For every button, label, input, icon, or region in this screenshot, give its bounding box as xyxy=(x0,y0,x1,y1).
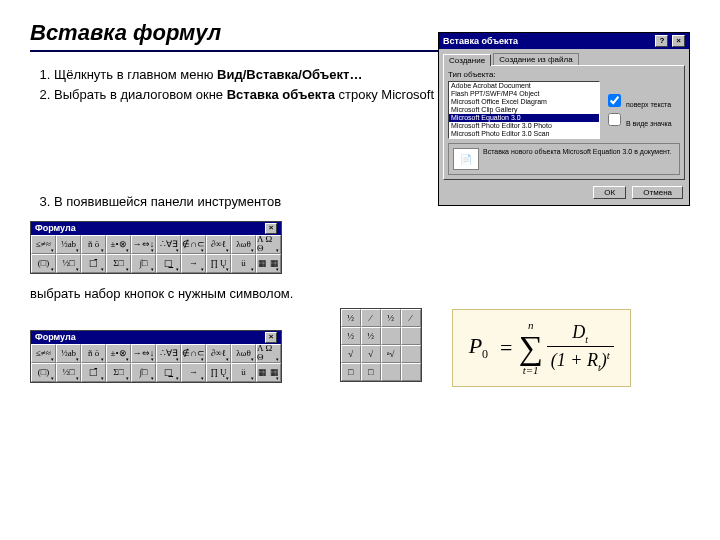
picker-cell[interactable]: ⁄ xyxy=(401,309,421,327)
toolbar-button[interactable]: ∉∩⊂▾ xyxy=(181,344,206,363)
toolbar-button[interactable]: λωθ▾ xyxy=(231,344,256,363)
toolbar-button[interactable]: ≤≠≈▾ xyxy=(31,344,56,363)
picker-cell[interactable] xyxy=(381,363,401,381)
tab-create-from-file[interactable]: Создание из файла xyxy=(493,53,578,65)
list-item-selected[interactable]: Microsoft Equation 3.0 xyxy=(449,114,599,122)
picker-cell[interactable]: □ xyxy=(361,363,381,381)
picker-cell[interactable]: ½ xyxy=(341,309,361,327)
toolbar-button[interactable]: □̲▾ xyxy=(156,254,181,273)
close-icon[interactable]: × xyxy=(672,35,685,47)
toolbar-button[interactable]: ∫□▾ xyxy=(131,254,156,273)
picker-cell[interactable]: □ xyxy=(341,363,361,381)
step-4: выбрать набор кнопок с нужным символом. xyxy=(30,286,690,301)
step-1-text: Щёлкнуть в главном меню xyxy=(54,67,217,82)
toolbar-button[interactable]: Λ Ω Θ▾ xyxy=(256,344,281,363)
object-type-listbox[interactable]: Adobe Acrobat Document Flash РРТ/SWF/MP4… xyxy=(448,81,600,139)
toolbar-button[interactable]: ∂∞ℓ▾ xyxy=(206,235,231,254)
toolbar-titlebar[interactable]: Формула × xyxy=(31,222,281,235)
toolbar-button[interactable]: →⇔↓▾ xyxy=(131,344,156,363)
toolbar-button[interactable]: ü▾ xyxy=(231,363,256,382)
formula-lhs-sub: 0 xyxy=(482,347,488,361)
toolbar-button[interactable]: ∏ Ų▾ xyxy=(206,363,231,382)
numerator-sub: t xyxy=(585,333,588,344)
formula-lhs: P xyxy=(469,333,482,358)
toolbar-button[interactable]: Σ□▾ xyxy=(106,254,131,273)
toolbar-button[interactable]: □̄▾ xyxy=(81,363,106,382)
result-text: Вставка нового объекта Microsoft Equatio… xyxy=(483,148,671,155)
picker-cell[interactable]: ⁿ√ xyxy=(381,345,401,363)
toolbar-button[interactable]: ñ ö▾ xyxy=(81,344,106,363)
picker-cell[interactable]: ⁄ xyxy=(361,309,381,327)
picker-cell[interactable] xyxy=(401,345,421,363)
formula-toolbar-1: Формула × ≤≠≈▾½ab▾ñ ö▾±•⊗▾→⇔↓▾∴∀∃▾∉∩⊂▾∂∞… xyxy=(30,221,282,274)
picker-cell[interactable] xyxy=(401,363,421,381)
toolbar-button[interactable]: Σ□▾ xyxy=(106,363,131,382)
step-2-text-a: Выбрать в диалоговом окне xyxy=(54,87,227,102)
toolbar-button[interactable]: ½ab▾ xyxy=(56,344,81,363)
list-item[interactable]: Adobe Acrobat Document xyxy=(449,82,599,90)
toolbar-button[interactable]: ▦ ▦▾ xyxy=(256,363,281,382)
step-1-menu-path: Вид/Вставка/Объект… xyxy=(217,67,362,82)
numerator-var: D xyxy=(572,322,585,342)
toolbar-button[interactable]: ∴∀∃▾ xyxy=(156,235,181,254)
list-item[interactable]: Flash РРТ/SWF/MP4 Object xyxy=(449,90,599,98)
picker-cell[interactable] xyxy=(401,327,421,345)
toolbar-titlebar[interactable]: Формула × xyxy=(31,331,281,344)
picker-cell[interactable]: ½ xyxy=(361,327,381,345)
toolbar-button[interactable]: □̲▾ xyxy=(156,363,181,382)
list-item[interactable]: Microsoft Clip Gallery xyxy=(449,106,599,114)
toolbar-button[interactable]: ½ab▾ xyxy=(56,235,81,254)
picker-cell[interactable]: √ xyxy=(341,345,361,363)
toolbar-button[interactable]: ±•⊗▾ xyxy=(106,235,131,254)
list-item[interactable]: Microsoft Office Excel Diagram xyxy=(449,98,599,106)
cancel-button[interactable]: Отмена xyxy=(632,186,683,199)
list-item[interactable]: Microsoft Photo Editor 3.0 Photo xyxy=(449,122,599,130)
dialog-titlebar[interactable]: Вставка объекта ? × xyxy=(439,33,689,49)
result-icon: 📄 xyxy=(453,148,479,170)
toolbar-button[interactable]: (□)▾ xyxy=(31,363,56,382)
picker-cell[interactable]: ½ xyxy=(341,327,361,345)
step-2-dialog-name: Вставка объекта xyxy=(227,87,335,102)
toolbar-button[interactable]: ∉∩⊂▾ xyxy=(181,235,206,254)
dialog-title: Вставка объекта xyxy=(443,36,518,46)
toolbar-button[interactable]: ▦ ▦▾ xyxy=(256,254,281,273)
insert-object-dialog: Вставка объекта ? × Создание Создание из… xyxy=(438,32,690,206)
toolbar-button[interactable]: ñ ö▾ xyxy=(81,235,106,254)
symbol-picker: ½⁄½⁄½½√√ⁿ√□□ xyxy=(340,308,422,382)
toolbar-button[interactable]: ü▾ xyxy=(231,254,256,273)
formula-toolbar-2: Формула × ≤≠≈▾½ab▾ñ ö▾±•⊗▾→⇔↓▾∴∀∃▾∉∩⊂▾∂∞… xyxy=(30,330,282,383)
toolbar-button[interactable]: (□)▾ xyxy=(31,254,56,273)
toolbar-button[interactable]: ±•⊗▾ xyxy=(106,344,131,363)
toolbar-button[interactable]: ½□▾ xyxy=(56,254,81,273)
over-text-label: поверх текста xyxy=(626,101,671,108)
object-type-label: Тип объекта: xyxy=(448,70,680,79)
toolbar-button[interactable]: →▾ xyxy=(181,363,206,382)
ok-button[interactable]: ОК xyxy=(593,186,626,199)
toolbar-button[interactable]: ∏ Ų▾ xyxy=(206,254,231,273)
sum-lower: t=1 xyxy=(523,365,539,376)
list-item[interactable]: Microsoft Photo Editor 3.0 Scan xyxy=(449,130,599,138)
picker-cell[interactable] xyxy=(381,327,401,345)
as-icon-checkbox[interactable]: В виде значка xyxy=(604,110,680,129)
toolbar-button[interactable]: ½□▾ xyxy=(56,363,81,382)
toolbar-button[interactable]: λωθ▾ xyxy=(231,235,256,254)
toolbar-title: Формула xyxy=(35,332,76,342)
toolbar-button[interactable]: Λ Ω Θ▾ xyxy=(256,235,281,254)
help-icon[interactable]: ? xyxy=(655,35,668,47)
tab-create[interactable]: Создание xyxy=(443,54,491,66)
toolbar-button[interactable]: ∴∀∃▾ xyxy=(156,344,181,363)
picker-cell[interactable]: √ xyxy=(361,345,381,363)
sigma-icon: ∑ xyxy=(519,331,543,365)
toolbar-button[interactable]: ∂∞ℓ▾ xyxy=(206,344,231,363)
picker-cell[interactable]: ½ xyxy=(381,309,401,327)
over-text-checkbox[interactable]: поверх текста xyxy=(604,91,680,110)
close-icon[interactable]: × xyxy=(265,223,277,234)
result-panel: 📄 Вставка нового объекта Microsoft Equat… xyxy=(448,143,680,175)
close-icon[interactable]: × xyxy=(265,332,277,343)
toolbar-button[interactable]: →⇔↓▾ xyxy=(131,235,156,254)
toolbar-button[interactable]: ≤≠≈▾ xyxy=(31,235,56,254)
den-var: R xyxy=(587,350,598,370)
toolbar-button[interactable]: →▾ xyxy=(181,254,206,273)
toolbar-button[interactable]: ∫□▾ xyxy=(131,363,156,382)
toolbar-button[interactable]: □̄▾ xyxy=(81,254,106,273)
